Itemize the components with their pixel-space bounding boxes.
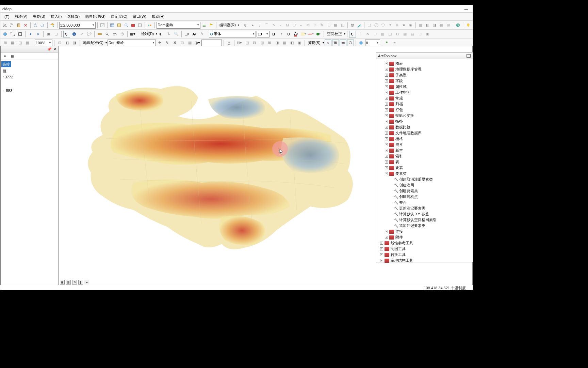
line-color-button[interactable]: ▾ bbox=[308, 31, 314, 37]
sa4[interactable]: ▥ bbox=[379, 31, 386, 37]
edit-arrow-icon[interactable] bbox=[243, 22, 249, 29]
sa-arrow-icon[interactable] bbox=[349, 31, 356, 37]
edit-reshape-icon[interactable]: ↔ bbox=[298, 22, 304, 29]
editor-toolbar-icon[interactable] bbox=[99, 22, 105, 29]
redo-button[interactable] bbox=[39, 22, 45, 29]
sa1[interactable]: ⊹ bbox=[357, 31, 363, 37]
geocode-icon[interactable] bbox=[465, 22, 471, 29]
gr2[interactable]: ◧ bbox=[64, 40, 70, 46]
refresh-button[interactable]: ↻ bbox=[72, 280, 77, 285]
edit-merge-icon[interactable]: ⊕ bbox=[312, 22, 318, 29]
view-options-icon[interactable]: ▦▾ bbox=[129, 31, 136, 37]
scale-combo[interactable]: 1:2,500,000▼ bbox=[59, 22, 96, 29]
find-icon[interactable] bbox=[104, 31, 111, 37]
t3[interactable]: ⬠ bbox=[380, 22, 386, 29]
sa3[interactable]: ⊡ bbox=[372, 31, 378, 37]
et2[interactable]: ◫ bbox=[244, 40, 250, 46]
t7[interactable]: ◉ bbox=[408, 22, 414, 29]
undo-button[interactable] bbox=[32, 22, 38, 29]
menu-bookmarks[interactable]: 书签(B) bbox=[30, 13, 48, 20]
table-icon[interactable] bbox=[109, 22, 115, 29]
ef3[interactable]: ◫ bbox=[17, 40, 23, 46]
sa9[interactable]: ⊞ bbox=[416, 31, 423, 37]
et9[interactable]: ▣ bbox=[296, 40, 303, 46]
menu-customize[interactable]: 自定义(C) bbox=[108, 13, 130, 20]
sa5[interactable]: ◫ bbox=[387, 31, 393, 37]
et3[interactable]: ⊡ bbox=[251, 40, 258, 46]
gr-view-icon[interactable]: ◎▾ bbox=[194, 40, 201, 46]
identify-icon[interactable]: i bbox=[71, 31, 78, 37]
t11[interactable]: ▦ bbox=[438, 22, 444, 29]
et4[interactable]: ▥ bbox=[259, 40, 265, 46]
hyperlink-arrow-icon[interactable]: ⇗ bbox=[78, 31, 85, 37]
pause-button[interactable]: ‖ bbox=[78, 280, 83, 285]
gr-auto-icon[interactable]: ↯ bbox=[164, 40, 171, 46]
edit-point-icon[interactable]: · bbox=[277, 22, 283, 29]
menu-view[interactable]: 视图(V) bbox=[12, 13, 30, 20]
menu-help[interactable]: 帮助(H) bbox=[149, 13, 167, 20]
font-color-button[interactable]: A▾ bbox=[293, 31, 299, 37]
sa8[interactable]: ▤ bbox=[409, 31, 416, 37]
font-combo[interactable]: O 宋体▼ bbox=[209, 31, 256, 37]
draw-label[interactable]: 绘制(D) bbox=[140, 31, 155, 36]
t12[interactable]: ⊞ bbox=[445, 22, 451, 29]
maximize-icon[interactable] bbox=[467, 54, 471, 58]
gr1[interactable]: ⊡ bbox=[56, 40, 63, 46]
rect-dropdown-icon[interactable]: ▢▾ bbox=[183, 31, 190, 37]
t5[interactable]: ⊚ bbox=[394, 22, 400, 29]
t6[interactable]: ★ bbox=[401, 22, 407, 29]
snapping-label[interactable]: 捕捉(S) bbox=[307, 40, 322, 45]
et5[interactable]: ⊞ bbox=[266, 40, 273, 46]
edit-text-icon[interactable]: ✎ bbox=[198, 31, 205, 37]
html-popup-icon[interactable]: 💬 bbox=[86, 31, 93, 37]
edit-ext-icon[interactable]: ⊞ bbox=[326, 22, 332, 29]
edit-tool1[interactable]: ▸ bbox=[250, 22, 256, 29]
layer-selected[interactable]: 秦岭 bbox=[1, 61, 11, 67]
cut-button[interactable] bbox=[2, 22, 8, 29]
et1[interactable]: ⊟▾ bbox=[236, 40, 243, 46]
et6[interactable]: ◨ bbox=[274, 40, 280, 46]
q-icon[interactable] bbox=[358, 40, 364, 46]
edit-vertex-icon[interactable]: ⊡ bbox=[284, 22, 290, 29]
georef-layer-combo[interactable]: Dem秦岭▼ bbox=[108, 40, 156, 46]
paste-button[interactable] bbox=[16, 22, 22, 29]
measure-icon[interactable] bbox=[96, 31, 103, 37]
edit-arc-icon[interactable]: ⌒ bbox=[264, 22, 270, 29]
ef4[interactable]: ▥ bbox=[24, 40, 31, 46]
edit-attr-icon[interactable]: ▦ bbox=[332, 22, 339, 29]
ef2[interactable]: ▦ bbox=[9, 40, 16, 46]
italic-button[interactable]: I bbox=[278, 31, 284, 37]
help-icon[interactable]: ? bbox=[455, 22, 461, 29]
flag-icon[interactable] bbox=[208, 22, 214, 29]
draw-rotate-icon[interactable]: ↻ bbox=[165, 31, 172, 37]
sa10[interactable]: ▣ bbox=[424, 31, 431, 37]
gr-add-cp-icon[interactable]: ✚ bbox=[157, 40, 163, 46]
menu-window[interactable]: 窗口(W) bbox=[130, 13, 149, 20]
sa6[interactable]: ⊟ bbox=[394, 31, 401, 37]
gr-del-icon[interactable]: ✖ bbox=[172, 40, 178, 46]
fixed-zoom-in-icon[interactable] bbox=[9, 31, 16, 37]
model-builder-icon[interactable] bbox=[147, 22, 153, 29]
menu-edit[interactable]: (E) bbox=[2, 14, 12, 20]
close-icon[interactable]: ✕ bbox=[52, 47, 57, 51]
full-extent-icon[interactable] bbox=[2, 31, 9, 37]
list-icon[interactable]: ≡ bbox=[391, 40, 398, 46]
t9[interactable]: ◧ bbox=[424, 22, 430, 29]
georef-input[interactable] bbox=[201, 40, 222, 46]
snap-circle-icon[interactable]: ○ bbox=[325, 40, 331, 46]
select-arrow-icon[interactable] bbox=[63, 31, 70, 37]
search-icon[interactable] bbox=[123, 22, 129, 29]
t1[interactable]: ▢ bbox=[366, 22, 372, 29]
copy-button[interactable] bbox=[9, 22, 15, 29]
et8[interactable]: ◧ bbox=[289, 40, 295, 46]
toolbox-icon[interactable] bbox=[130, 22, 136, 29]
t8[interactable]: ▥ bbox=[418, 22, 424, 29]
marker-color-button[interactable]: ▾ bbox=[315, 31, 322, 37]
underline-button[interactable]: U bbox=[285, 31, 292, 37]
pin-icon[interactable]: 📌 bbox=[47, 47, 52, 51]
fill-color-button[interactable]: ▾ bbox=[300, 31, 307, 37]
gr-link-icon[interactable]: ▦ bbox=[186, 40, 193, 46]
snap-square-icon[interactable]: ⊞ bbox=[332, 40, 339, 46]
build-icon[interactable] bbox=[201, 22, 207, 29]
select-features-icon[interactable]: ▣ bbox=[45, 31, 52, 37]
